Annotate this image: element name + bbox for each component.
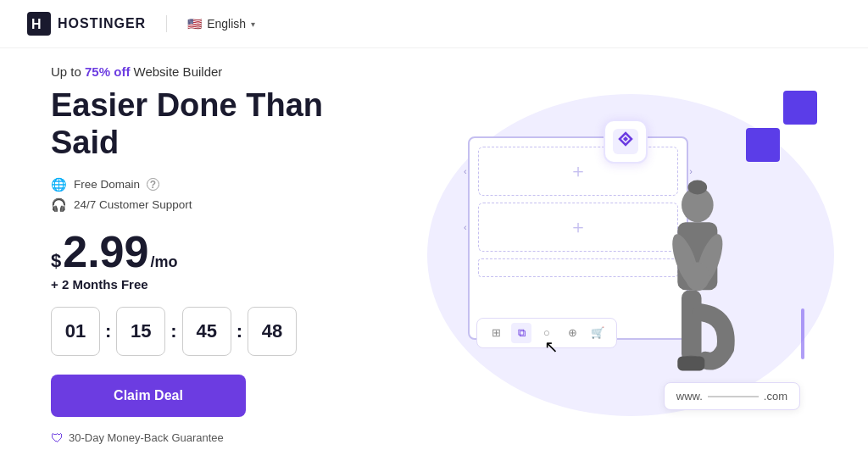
cursor-icon: ↖ [544,336,559,357]
feature-support: 🎧 24/7 Customer Support [51,197,390,213]
hero-headline: Easier Done Than Said [51,87,390,161]
hostinger-badge [604,119,648,164]
deco-square-2 [746,128,780,162]
arrow-left-2: ‹ [464,222,467,232]
price-dollar: $ [51,250,61,272]
header-divider [166,15,167,32]
deco-square-1 [783,91,817,125]
price-amount: 2.99 [63,230,148,274]
person-figure [597,173,766,444]
countdown-seconds: 45 [182,307,231,356]
countdown-ms: 48 [248,307,297,356]
domain-com: .com [764,390,787,403]
header: H HOSTINGER 🇺🇸 English ▾ [0,0,868,48]
globe-icon: 🌐 [51,177,67,192]
feature-domain-label: Free Domain [74,178,140,191]
headset-icon: 🎧 [51,197,67,213]
hero-left: Up to 75% off Website Builder Easier Don… [51,64,390,444]
feature-domain: 🌐 Free Domain ? [51,177,390,192]
toolbar-btn-grid[interactable]: ⊞ [486,323,506,343]
svg-rect-13 [677,356,704,370]
price-area: $ 2.99 /mo [51,230,390,274]
hostinger-logo-icon: H [27,12,51,36]
price-period: /mo [150,253,177,271]
svg-point-6 [688,180,708,194]
language-selector[interactable]: 🇺🇸 English ▾ [187,17,255,31]
countdown-sep-1: : [105,320,111,342]
flag-icon: 🇺🇸 [187,17,202,31]
deco-line [801,308,804,359]
guarantee-text: 30-Day Money-Back Guarantee [69,431,224,444]
free-months: + 2 Months Free [51,277,390,292]
countdown-sep-3: : [236,320,242,342]
logo-text: HOSTINGER [58,16,146,31]
shield-icon: 🛡 [51,430,64,445]
yoga-person-svg [597,173,766,444]
main-content: Up to 75% off Website Builder Easier Don… [0,48,868,461]
lang-label: English [207,17,246,31]
builder-logo-icon [613,129,638,154]
toolbar-btn-copy[interactable]: ⧉ [511,323,531,343]
plus-icon-2: ＋ [569,214,587,240]
countdown-timer: 01 : 15 : 45 : 48 [51,307,390,356]
hero-illustration: ‹ ＋ › ‹ ＋ › ⊞ ⧉ ○ ⊕ 🛒 ↖ [390,65,817,444]
countdown-sep-2: : [170,320,176,342]
arrow-left-1: ‹ [464,166,467,176]
promo-tag: Up to 75% off Website Builder [51,64,390,79]
chevron-down-icon: ▾ [251,19,255,29]
svg-text:H: H [31,17,42,31]
countdown-minutes: 15 [116,307,165,356]
toolbar-btn-plus[interactable]: ⊕ [562,323,582,343]
countdown-hours: 01 [51,307,100,356]
logo: H HOSTINGER [27,12,146,36]
svg-rect-11 [682,290,702,362]
feature-support-label: 24/7 Customer Support [74,198,192,211]
plus-icon-1: ＋ [569,158,587,184]
svg-point-10 [686,262,709,291]
guarantee: 🛡 30-Day Money-Back Guarantee [51,430,390,445]
promo-highlight: 75% off [85,64,130,79]
claim-deal-button[interactable]: Claim Deal [51,375,246,417]
help-icon[interactable]: ? [147,178,159,191]
features-list: 🌐 Free Domain ? 🎧 24/7 Customer Support [51,177,390,213]
